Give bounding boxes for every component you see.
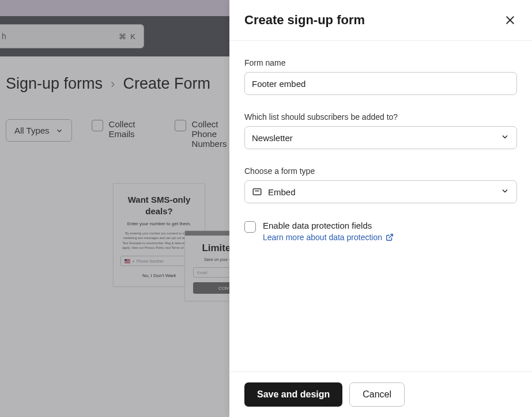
form-type-selected-value: Embed (268, 187, 296, 197)
list-label: Which list should subscribers be added t… (244, 112, 517, 122)
data-protection-label: Enable data protection fields (263, 221, 394, 230)
panel-header: Create sign-up form (229, 0, 532, 41)
data-protection-row: Enable data protection fields Learn more… (244, 221, 517, 242)
svg-line-4 (389, 234, 393, 238)
panel-body: Form name Which list should subscribers … (229, 41, 532, 371)
external-link-icon (386, 233, 394, 241)
chevron-down-icon (500, 132, 510, 143)
form-name-label: Form name (244, 58, 517, 67)
data-protection-checkbox[interactable] (244, 221, 256, 233)
form-type-select[interactable]: Embed (244, 180, 517, 203)
panel-title: Create sign-up form (244, 13, 365, 28)
close-icon (504, 14, 516, 26)
chevron-down-icon (500, 187, 510, 198)
close-button[interactable] (503, 13, 517, 27)
create-form-panel: Create sign-up form Form name Which list… (229, 0, 532, 417)
svg-rect-2 (253, 189, 261, 195)
data-protection-learn-link[interactable]: Learn more about data protection (263, 233, 394, 242)
list-select[interactable]: Newsletter (244, 126, 517, 149)
save-and-design-button[interactable]: Save and design (244, 382, 342, 407)
embed-icon (252, 187, 262, 197)
svg-rect-3 (255, 191, 259, 192)
panel-footer: Save and design Cancel (229, 371, 532, 417)
cancel-button[interactable]: Cancel (349, 382, 405, 407)
list-selected-value: Newsletter (252, 133, 293, 143)
form-type-label: Choose a form type (244, 166, 517, 176)
form-name-input[interactable] (244, 72, 517, 95)
